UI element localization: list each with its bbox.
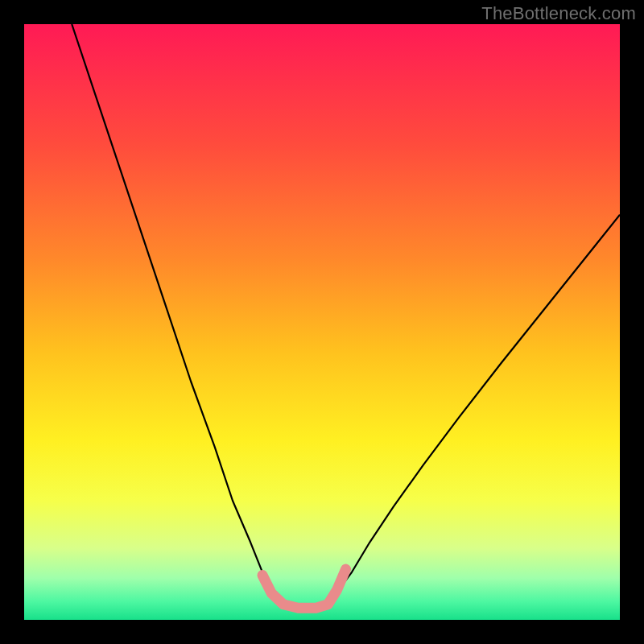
- watermark-text: TheBottleneck.com: [481, 3, 636, 24]
- plot-area: [24, 24, 620, 620]
- chart-frame: TheBottleneck.com: [0, 0, 644, 644]
- chart-background: [24, 24, 620, 620]
- chart-svg: [24, 24, 620, 620]
